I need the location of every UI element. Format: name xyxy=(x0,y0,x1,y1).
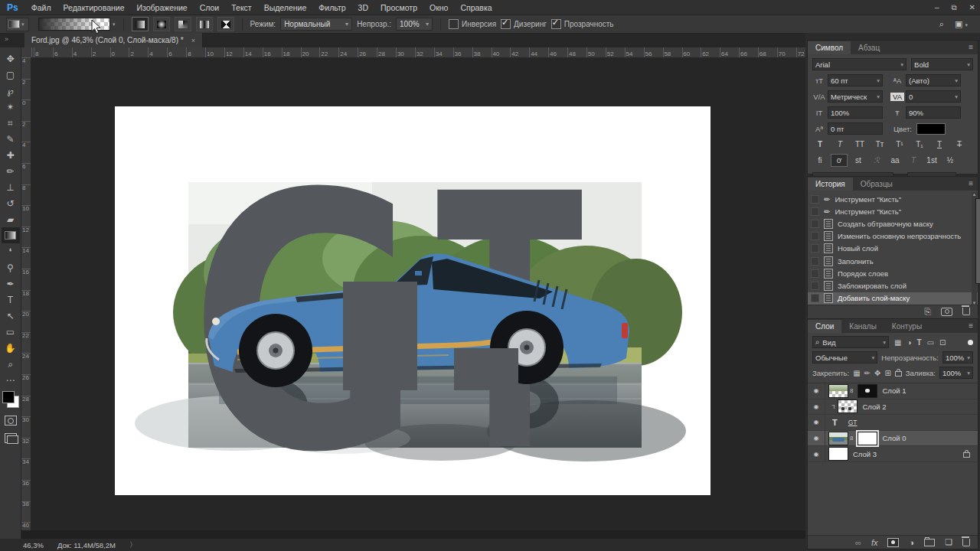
clone-stamp-tool[interactable]: ⊥ xyxy=(2,179,20,195)
visibility-eye-icon[interactable]: ◉ xyxy=(808,431,825,446)
menu-filter[interactable]: Фильтр xyxy=(312,3,351,12)
panel-collapse-icon[interactable]: » xyxy=(5,35,8,43)
lock-transparent-icon[interactable]: ▦ xyxy=(853,369,860,377)
titling-alternates-button[interactable]: T xyxy=(906,155,921,166)
tracking-select[interactable]: 0▾ xyxy=(906,90,961,103)
lock-pixels-icon[interactable]: ✏ xyxy=(864,369,871,377)
vertical-scale-field[interactable]: 100% xyxy=(828,106,883,119)
panel-menu-icon[interactable]: ≡ xyxy=(969,43,973,51)
add-layer-mask-icon[interactable] xyxy=(887,538,899,547)
path-selection-tool[interactable]: ↖ xyxy=(2,308,20,324)
zoom-level[interactable]: 46,3% xyxy=(23,541,44,549)
layer-row-text[interactable]: ◉ T GT xyxy=(808,415,978,431)
layer-name[interactable]: Слой 3 xyxy=(853,450,877,458)
link-layers-icon[interactable]: ∞ xyxy=(855,538,861,547)
delete-layer-trash-icon[interactable] xyxy=(962,539,970,546)
history-step[interactable]: ✏Инструмент "Кисть" xyxy=(808,193,978,205)
minimize-icon[interactable]: – xyxy=(935,3,939,11)
adjustment-layer-icon[interactable]: ◑ xyxy=(909,538,914,547)
search-icon[interactable]: ⌕ xyxy=(939,19,944,29)
lasso-tool[interactable]: ℘ xyxy=(2,83,20,99)
filter-smart-object-icon[interactable]: ⊡ xyxy=(939,338,946,347)
quick-mask-button[interactable] xyxy=(5,416,17,425)
filter-type-icon[interactable]: T xyxy=(917,338,922,347)
panel-menu-icon[interactable]: ≡ xyxy=(969,179,973,187)
layer-thumbnail[interactable] xyxy=(828,432,848,445)
workspace-switcher[interactable]: ▣ ▾ xyxy=(955,19,968,29)
gradient-tool[interactable] xyxy=(2,227,20,243)
visibility-eye-icon[interactable]: ◉ xyxy=(808,415,825,430)
visibility-eye-icon[interactable]: ◉ xyxy=(808,399,825,415)
layer-opacity-select[interactable]: 100%▾ xyxy=(942,351,973,364)
tab-close-icon[interactable]: × xyxy=(191,37,195,44)
menu-type[interactable]: Текст xyxy=(225,3,257,12)
tab-character[interactable]: Символ xyxy=(808,41,851,54)
visibility-eye-icon[interactable]: ◉ xyxy=(808,383,825,399)
discretionary-ligatures-button[interactable]: st xyxy=(851,155,866,166)
mask-link-icon[interactable]: 8 xyxy=(850,435,853,442)
healing-brush-tool[interactable]: ✚ xyxy=(2,147,20,163)
reflected-gradient-button[interactable] xyxy=(196,17,213,31)
leading-select[interactable]: (Авто)▾ xyxy=(906,74,961,86)
tab-swatches[interactable]: Образцы xyxy=(853,178,900,191)
close-icon[interactable]: ✕ xyxy=(969,3,975,11)
history-step[interactable]: Заполнить xyxy=(808,255,978,267)
lock-all-icon[interactable] xyxy=(895,371,902,377)
marquee-tool[interactable]: ▢ xyxy=(2,67,20,83)
tab-channels[interactable]: Каналы xyxy=(841,320,884,333)
dither-checkbox[interactable]: Дизеринг xyxy=(501,19,547,29)
superscript-button[interactable]: T¹ xyxy=(892,139,907,150)
history-brush-tool[interactable]: ↺ xyxy=(2,195,20,211)
gradient-picker-arrow[interactable]: ▾ xyxy=(113,21,116,28)
fractions-button[interactable]: ½ xyxy=(942,155,958,166)
layer-name[interactable]: Слой 2 xyxy=(862,403,886,411)
edit-toolbar-ellipsis[interactable]: ⋯ xyxy=(2,372,20,388)
new-snapshot-camera-icon[interactable] xyxy=(941,308,952,316)
restore-icon[interactable]: ⧉ xyxy=(951,3,956,12)
new-group-folder-icon[interactable] xyxy=(924,539,935,546)
crop-tool[interactable]: ⌗ xyxy=(2,115,20,131)
history-step[interactable]: Создать обтравочную маску xyxy=(808,217,978,230)
linear-gradient-button[interactable] xyxy=(132,17,149,31)
filter-shape-icon[interactable]: ▭ xyxy=(927,338,934,347)
panel-menu-icon[interactable]: ≡ xyxy=(969,321,973,330)
layer-fill-select[interactable]: 100%▾ xyxy=(939,367,973,379)
gradient-preview[interactable] xyxy=(38,18,110,31)
all-caps-button[interactable]: TT xyxy=(852,139,867,150)
hand-tool[interactable]: ✋ xyxy=(2,340,20,356)
status-arrow-icon[interactable]: 〉 xyxy=(129,540,137,550)
blur-tool[interactable]: ❛ xyxy=(2,243,20,259)
text-color-swatch[interactable] xyxy=(916,123,946,135)
layer-thumbnail[interactable] xyxy=(828,447,848,461)
font-family-select[interactable]: Arial▾ xyxy=(812,58,906,70)
history-step[interactable]: Новый слой xyxy=(808,243,978,255)
ordinals-button[interactable]: 1st xyxy=(924,155,939,166)
pen-tool[interactable]: ✒ xyxy=(2,276,20,292)
menu-select[interactable]: Выделение xyxy=(258,3,313,12)
new-layer-icon[interactable]: ❏ xyxy=(945,537,952,547)
horizontal-scale-field[interactable]: 90% xyxy=(906,106,961,119)
tool-preset-picker[interactable]: ▾ xyxy=(6,18,29,31)
opacity-select[interactable]: 100%▾ xyxy=(396,18,433,31)
underline-button[interactable]: T xyxy=(932,139,947,150)
font-style-select[interactable]: Bold▾ xyxy=(911,58,973,70)
stylistic-alternates-button[interactable]: aa xyxy=(887,155,903,166)
layer-row-selected[interactable]: ◉ 8 Слой 0 xyxy=(808,431,978,447)
layer-blend-mode-select[interactable]: Обычные▾ xyxy=(812,351,877,364)
new-document-from-state-icon[interactable]: ⎘ xyxy=(924,307,931,317)
strikethrough-button[interactable]: T xyxy=(952,139,967,150)
radial-gradient-button[interactable] xyxy=(153,17,170,31)
layer-row-5[interactable]: ◉ Слой 3 xyxy=(808,446,978,462)
small-caps-button[interactable]: Tт xyxy=(872,139,887,150)
history-step-current[interactable]: Добавить слой-маску xyxy=(808,292,978,305)
rectangle-tool[interactable]: ▭ xyxy=(2,324,20,340)
layer-row-1[interactable]: ◉ 8 Слой 1 xyxy=(808,383,978,399)
tab-paths[interactable]: Контуры xyxy=(884,320,929,333)
layer-filter-select[interactable]: ⌕ Вид▾ xyxy=(812,336,889,348)
filter-pixel-icon[interactable]: ▦ xyxy=(894,338,901,347)
history-step[interactable]: Заблокировать слой xyxy=(808,279,978,292)
lock-position-icon[interactable]: ✥ xyxy=(874,369,880,377)
layer-name[interactable]: Слой 0 xyxy=(882,434,906,442)
zoom-tool[interactable]: ⌕ xyxy=(2,356,20,372)
faux-bold-button[interactable]: T xyxy=(812,139,828,150)
